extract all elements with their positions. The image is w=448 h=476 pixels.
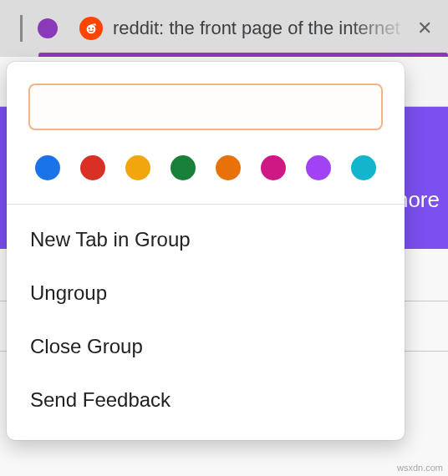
- tab-title: reddit: the front page of the internet: [113, 18, 408, 39]
- menu-list: New Tab in Group Ungroup Close Group Sen…: [7, 205, 405, 440]
- watermark: wsxdn.com: [397, 463, 443, 473]
- browser-tab[interactable]: reddit: the front page of the internet ✕: [74, 10, 441, 47]
- color-swatch-yellow[interactable]: [125, 155, 150, 180]
- color-swatch-red[interactable]: [80, 155, 105, 180]
- menu-send-feedback[interactable]: Send Feedback: [7, 373, 405, 427]
- svg-point-3: [94, 23, 95, 25]
- color-swatch-pink[interactable]: [261, 155, 286, 180]
- tab-group-menu: New Tab in Group Ungroup Close Group Sen…: [7, 62, 405, 440]
- svg-point-1: [89, 28, 90, 29]
- svg-point-0: [87, 25, 96, 34]
- color-swatch-orange[interactable]: [216, 155, 241, 180]
- color-swatch-blue[interactable]: [35, 155, 60, 180]
- menu-new-tab-in-group[interactable]: New Tab in Group: [7, 213, 405, 266]
- tab-group-indicator[interactable]: [38, 18, 58, 38]
- menu-close-group[interactable]: Close Group: [7, 320, 405, 373]
- reddit-icon: [79, 17, 103, 40]
- color-picker-row: [7, 130, 405, 204]
- close-icon[interactable]: ✕: [413, 17, 436, 40]
- menu-ungroup[interactable]: Ungroup: [7, 266, 405, 320]
- tab-group-edge: [20, 15, 23, 42]
- color-swatch-purple[interactable]: [306, 155, 331, 180]
- tab-strip: reddit: the front page of the internet ✕: [0, 0, 448, 57]
- color-swatch-cyan[interactable]: [351, 155, 376, 180]
- svg-point-2: [92, 28, 94, 29]
- group-name-input[interactable]: [28, 84, 383, 130]
- color-swatch-green[interactable]: [171, 155, 196, 180]
